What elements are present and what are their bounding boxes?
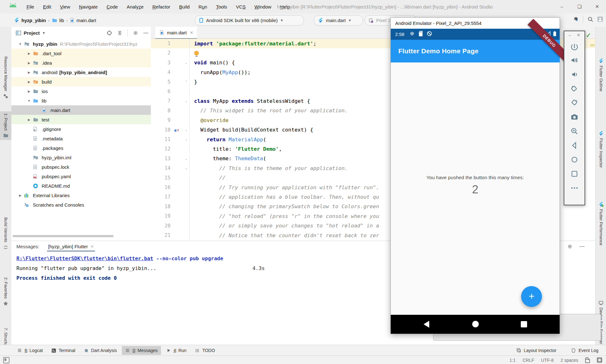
menu-edit[interactable]: Edit bbox=[39, 0, 56, 14]
tree-item-readme.md[interactable]: README.md bbox=[11, 181, 151, 191]
tree-item-main.dart[interactable]: main.dart bbox=[11, 105, 151, 115]
menu-refactor[interactable]: Refactor bbox=[148, 0, 175, 14]
emulator-camera-button[interactable] bbox=[570, 113, 579, 121]
expander-icon[interactable]: ▶ bbox=[25, 118, 33, 121]
minimize-button[interactable]: – bbox=[553, 0, 571, 13]
profile-avatar-icon[interactable] bbox=[597, 17, 603, 22]
tool-stripe-button-resource-manager[interactable]: Resource Manager bbox=[0, 55, 11, 101]
expander-icon[interactable]: ▶ bbox=[25, 71, 33, 74]
toolwindow-button-4-run[interactable]: 4: Run bbox=[163, 346, 190, 355]
expander-icon[interactable]: ▶ bbox=[25, 61, 33, 65]
toolwindow-button-event-log[interactable]: Event Log bbox=[568, 346, 602, 355]
tool-stripe-button-flutter-performance[interactable]: Flutter Performance bbox=[596, 200, 606, 247]
tree-item-external-libraries[interactable]: ▶External Libraries bbox=[11, 191, 151, 200]
emulator-vol-up-button[interactable] bbox=[570, 56, 579, 64]
toolwindow-button-dart-analysis[interactable]: Dart Analysis bbox=[80, 346, 120, 355]
tree-item-hyzp-yibin.iml[interactable]: hyzp_yibin.iml bbox=[11, 153, 151, 162]
run-config-selector[interactable]: main.dart ▼ bbox=[314, 15, 363, 26]
fold-marker-icon[interactable]: ⌃ bbox=[183, 77, 190, 87]
nav-home-button[interactable] bbox=[472, 321, 479, 327]
indicator-face-icon[interactable] bbox=[597, 357, 602, 363]
emulator-more-button[interactable] bbox=[570, 184, 579, 192]
toolwindow-button-terminal[interactable]: Terminal bbox=[48, 346, 79, 355]
menu-tools[interactable]: Tools bbox=[211, 0, 231, 14]
breadcrumb-item-hyzp_yibin[interactable]: hyzp_yibin bbox=[14, 17, 46, 23]
menu-run[interactable]: Run bbox=[194, 0, 212, 14]
expander-icon[interactable]: ▼ bbox=[16, 42, 24, 46]
fold-marker-icon[interactable]: ⌄ bbox=[183, 96, 190, 106]
status-item-utf-8[interactable]: UTF-8 bbox=[541, 358, 554, 363]
status-item-1-1[interactable]: 1:1 bbox=[509, 358, 515, 363]
hide-panel-icon[interactable]: — bbox=[579, 244, 585, 249]
horizontal-scrollbar[interactable] bbox=[13, 235, 114, 237]
emulator-back-button[interactable] bbox=[570, 141, 579, 150]
nav-back-button[interactable] bbox=[424, 321, 429, 328]
intention-bulb-icon[interactable] bbox=[194, 51, 199, 56]
status-item-2-spaces[interactable]: 2 spaces bbox=[561, 358, 578, 363]
locate-file-icon[interactable] bbox=[107, 30, 112, 36]
tree-item-.idea[interactable]: ▶.idea bbox=[11, 58, 151, 68]
emulator-rot-left-button[interactable] bbox=[570, 85, 579, 93]
emulator-power-button[interactable] bbox=[570, 42, 579, 50]
lock-icon[interactable] bbox=[585, 359, 590, 363]
tree-item-ios[interactable]: ▶ios bbox=[11, 86, 151, 96]
tree-item-.dart-tool[interactable]: ▶.dart_tool bbox=[11, 49, 151, 58]
menu-view[interactable]: View bbox=[56, 0, 74, 14]
console-link[interactable]: R:\Flutter\FlutterSDK\flutter\bin\flutte… bbox=[16, 255, 153, 261]
breadcrumb-item-main.dart[interactable]: main.dart bbox=[70, 18, 96, 23]
tree-item-.metadata[interactable]: .metadata bbox=[11, 134, 151, 143]
toolwindow-button-todo[interactable]: TODO bbox=[192, 346, 218, 355]
hide-panel-icon[interactable]: — bbox=[143, 30, 148, 36]
tree-item-build[interactable]: ▶build bbox=[11, 77, 151, 86]
close-tab-icon[interactable]: ✕ bbox=[90, 244, 94, 249]
flutter-console-tab[interactable]: [hyzp_yibin] Flutter ✕ bbox=[47, 241, 95, 252]
fold-marker-icon[interactable]: ⌄ bbox=[183, 125, 190, 135]
sdk-manager-icon[interactable] bbox=[573, 17, 579, 22]
tool-stripe-button-flutter-inspector[interactable]: Flutter Inspector bbox=[596, 129, 606, 170]
gear-icon[interactable] bbox=[133, 30, 138, 36]
tab-main-dart[interactable]: main.dart ✕ bbox=[155, 27, 197, 39]
collapse-all-icon[interactable] bbox=[117, 30, 122, 36]
expander-icon[interactable]: ▶ bbox=[25, 80, 33, 84]
expander-icon[interactable]: ▼ bbox=[25, 99, 33, 103]
emulator-rot-right-button[interactable] bbox=[570, 99, 579, 107]
menu-vcs[interactable]: VCS bbox=[231, 0, 250, 14]
fold-marker-icon[interactable]: ⌄ bbox=[183, 163, 190, 173]
emulator-home-button[interactable] bbox=[570, 156, 579, 164]
toolwindow-button-layout-inspector[interactable]: Layout Inspector bbox=[513, 346, 560, 355]
menu-window[interactable]: Window bbox=[250, 0, 276, 14]
fold-marker-icon[interactable]: ⌄ bbox=[183, 154, 190, 163]
tool-stripe-button-flutter-outline[interactable]: Flutter Outline bbox=[596, 56, 606, 93]
tool-stripe-button-2-favorites[interactable]: 2: Favorites bbox=[0, 275, 11, 308]
nav-recents-button[interactable] bbox=[521, 321, 527, 327]
inspection-ok-icon[interactable]: ✓ bbox=[586, 32, 591, 39]
tree-item-android[interactable]: ▶android[hyzp_yibin_android] bbox=[11, 68, 151, 77]
fold-marker-icon[interactable]: ⌄ bbox=[183, 135, 190, 144]
menu-analyze[interactable]: Analyze bbox=[122, 0, 148, 14]
tree-item-lib[interactable]: ▼lib bbox=[11, 96, 151, 105]
emulator-overview-button[interactable] bbox=[570, 170, 579, 178]
device-selector[interactable]: Android SDK built for x86 (mobile) ▼ bbox=[195, 15, 304, 26]
tree-item-.gitignore[interactable]: .gitignore bbox=[11, 124, 151, 134]
override-gutter-icon[interactable]: ◉↑ bbox=[170, 127, 183, 132]
project-view-selector[interactable]: Project ▼ bbox=[16, 30, 45, 36]
expander-icon[interactable]: ▶ bbox=[16, 194, 24, 197]
tree-item-hyzp-yibin[interactable]: ▼hyzp_yibinR:\FlutterProject\FlutterProj… bbox=[11, 39, 151, 49]
expander-icon[interactable]: ▶ bbox=[25, 90, 33, 93]
tool-stripe-button-1-project[interactable]: 1: Project bbox=[0, 111, 11, 140]
menu-build[interactable]: Build bbox=[175, 0, 194, 14]
emulator-zoom-button[interactable] bbox=[570, 127, 579, 135]
toolwindow-button-6-logcat[interactable]: 6: Logcat bbox=[14, 346, 46, 355]
tool-stripe-button-build-variants[interactable]: Build Variants bbox=[0, 215, 11, 252]
emulator-vol-down-button[interactable] bbox=[570, 70, 579, 79]
tree-item-pubspec.yaml[interactable]: YMLpubspec.yaml bbox=[11, 172, 151, 181]
breadcrumb-item-lib[interactable]: lib bbox=[52, 18, 64, 23]
close-button[interactable]: ✕ bbox=[588, 0, 606, 13]
tree-item-scratches-and-consoles[interactable]: Scratches and Consoles bbox=[11, 200, 151, 209]
panel-close-button[interactable]: ✕ bbox=[577, 32, 580, 38]
tree-item-.packages[interactable]: .packages bbox=[11, 143, 151, 153]
fold-marker-icon[interactable]: ⌄ bbox=[183, 58, 190, 68]
toolwindow-stack-icon[interactable] bbox=[3, 357, 9, 363]
panel-minimize-button[interactable]: – bbox=[568, 32, 571, 38]
tree-item-test[interactable]: ▶test bbox=[11, 115, 151, 124]
